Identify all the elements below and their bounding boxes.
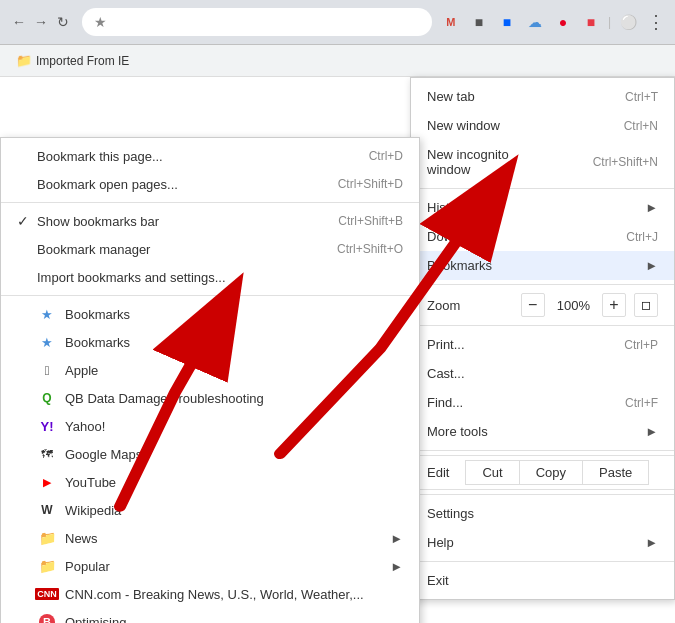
bm-wikipedia-item[interactable]: W Wikipedia	[1, 496, 419, 524]
find-item[interactable]: Find... Ctrl+F	[411, 388, 674, 417]
help-arrow: ►	[645, 535, 658, 550]
popular-arrow: ►	[390, 559, 403, 574]
avatar-icon[interactable]: ⚪	[617, 11, 639, 33]
bm-optimising-label: Optimising	[65, 615, 403, 624]
new-window-item[interactable]: New window Ctrl+N	[411, 111, 674, 140]
cast-label: Cast...	[427, 366, 658, 381]
cut-button[interactable]: Cut	[465, 460, 518, 485]
bm-apple-label: Apple	[65, 363, 403, 378]
edit-row: Edit Cut Copy Paste	[411, 455, 674, 490]
bookmark-open-pages-shortcut: Ctrl+Shift+D	[338, 177, 403, 191]
paste-button[interactable]: Paste	[582, 460, 649, 485]
separator-1	[411, 188, 674, 189]
bm-popular-item[interactable]: 📁 Popular ►	[1, 552, 419, 580]
wikipedia-icon: W	[37, 503, 57, 517]
history-item[interactable]: History ►	[411, 193, 674, 222]
new-incognito-shortcut: Ctrl+Shift+N	[593, 155, 658, 169]
separator-4	[411, 494, 674, 495]
bookmark-manager-item[interactable]: Bookmark manager Ctrl+Shift+O	[1, 235, 419, 263]
back-button[interactable]: ←	[8, 11, 30, 33]
cnn-icon: CNN	[37, 588, 57, 600]
more-tools-arrow: ►	[645, 424, 658, 439]
news-arrow: ►	[390, 531, 403, 546]
bookmark-manager-label: Bookmark manager	[37, 242, 297, 257]
bm-yahoo-label: Yahoo!	[65, 419, 403, 434]
apple-icon: 	[37, 363, 57, 378]
print-shortcut: Ctrl+P	[624, 338, 658, 352]
bm-separator-1	[1, 202, 419, 203]
zoom-plus-button[interactable]: +	[602, 293, 626, 317]
youtube-icon: ▶	[37, 476, 57, 489]
bookmarks-arrow: ►	[645, 258, 658, 273]
zoom-fullscreen-button[interactable]: ◻	[634, 293, 658, 317]
bm-youtube-item[interactable]: ▶ YouTube	[1, 468, 419, 496]
bm-bookmarks1-item[interactable]: ★ Bookmarks	[1, 300, 419, 328]
bm-cnn-item[interactable]: CNN CNN.com - Breaking News, U.S., World…	[1, 580, 419, 608]
new-incognito-item[interactable]: New incognito window Ctrl+Shift+N	[411, 140, 674, 184]
forward-button[interactable]: →	[30, 11, 52, 33]
bookmark-star-icon[interactable]: ★	[94, 14, 107, 30]
bm-news-item[interactable]: 📁 News ►	[1, 524, 419, 552]
downloads-item[interactable]: Downloads Ctrl+J	[411, 222, 674, 251]
import-bookmarks-label: Import bookmarks and settings...	[37, 270, 403, 285]
new-tab-label: New tab	[427, 89, 585, 104]
help-label: Help	[427, 535, 645, 550]
gmail-icon[interactable]: M	[440, 11, 462, 33]
bookmark-this-page-item[interactable]: Bookmark this page... Ctrl+D	[1, 142, 419, 170]
bm-separator-2	[1, 295, 419, 296]
menu-icon[interactable]: ⋮	[645, 11, 667, 33]
show-bookmarks-bar-label: Show bookmarks bar	[37, 214, 298, 229]
bm-bookmarks2-label: Bookmarks	[65, 335, 403, 350]
new-tab-item[interactable]: New tab Ctrl+T	[411, 82, 674, 111]
maps-icon: 🗺	[37, 447, 57, 461]
downloads-label: Downloads	[427, 229, 586, 244]
bm-qb-label: QB Data Damage Troubleshooting	[65, 391, 403, 406]
imported-from-ie-bookmark[interactable]: 📁 Imported From IE	[10, 51, 135, 70]
separator-2b	[411, 325, 674, 326]
bm-optimising-item[interactable]: B Optimising	[1, 608, 419, 623]
address-bar[interactable]: ★	[82, 8, 432, 36]
history-arrow: ►	[645, 200, 658, 215]
bm-gmaps-item[interactable]: 🗺 Google Maps	[1, 440, 419, 468]
bm-news-label: News	[65, 531, 390, 546]
new-window-shortcut: Ctrl+N	[624, 119, 658, 133]
bm-qb-item[interactable]: Q QB Data Damage Troubleshooting	[1, 384, 419, 412]
yahoo-icon: Y!	[37, 419, 57, 434]
pinterest-icon[interactable]: ●	[552, 11, 574, 33]
zoom-label: Zoom	[427, 298, 517, 313]
print-item[interactable]: Print... Ctrl+P	[411, 330, 674, 359]
help-item[interactable]: Help ►	[411, 528, 674, 557]
show-bookmarks-bar-item[interactable]: ✓ Show bookmarks bar Ctrl+Shift+B	[1, 207, 419, 235]
bookmark-open-pages-item[interactable]: Bookmark open pages... Ctrl+Shift+D	[1, 170, 419, 198]
new-tab-shortcut: Ctrl+T	[625, 90, 658, 104]
ext2-icon[interactable]: ■	[580, 11, 602, 33]
bm-bookmarks2-item[interactable]: ★ Bookmarks	[1, 328, 419, 356]
icloud-icon[interactable]: ☁	[524, 11, 546, 33]
show-bookmarks-bar-shortcut: Ctrl+Shift+B	[338, 214, 403, 228]
bm-youtube-label: YouTube	[65, 475, 403, 490]
bm-apple-item[interactable]:  Apple	[1, 356, 419, 384]
new-incognito-label: New incognito window	[427, 147, 553, 177]
copy-button[interactable]: Copy	[519, 460, 582, 485]
browser-chrome: ← → ↻ ★ M ■ ■ ☁ ● ■ | ⚪ ⋮	[0, 0, 675, 45]
zoom-minus-button[interactable]: −	[521, 293, 545, 317]
zoom-value: 100%	[557, 298, 590, 313]
more-tools-item[interactable]: More tools ►	[411, 417, 674, 446]
bookmarks-label: Bookmarks	[427, 258, 645, 273]
toolbar-icons: M ■ ■ ☁ ● ■ | ⚪ ⋮	[440, 11, 667, 33]
separator-2	[411, 284, 674, 285]
separator-3	[411, 450, 674, 451]
extensions-icon[interactable]: ■	[468, 11, 490, 33]
cast-item[interactable]: Cast...	[411, 359, 674, 388]
bookmarks-item[interactable]: Bookmarks ►	[411, 251, 674, 280]
exit-item[interactable]: Exit	[411, 566, 674, 595]
refresh-button[interactable]: ↻	[52, 11, 74, 33]
find-label: Find...	[427, 395, 585, 410]
show-bookmarks-check: ✓	[17, 213, 37, 229]
print-label: Print...	[427, 337, 584, 352]
import-bookmarks-item[interactable]: Import bookmarks and settings...	[1, 263, 419, 291]
settings-item[interactable]: Settings	[411, 499, 674, 528]
qb-icon: Q	[37, 391, 57, 405]
dropbox-icon[interactable]: ■	[496, 11, 518, 33]
bm-yahoo-item[interactable]: Y! Yahoo!	[1, 412, 419, 440]
